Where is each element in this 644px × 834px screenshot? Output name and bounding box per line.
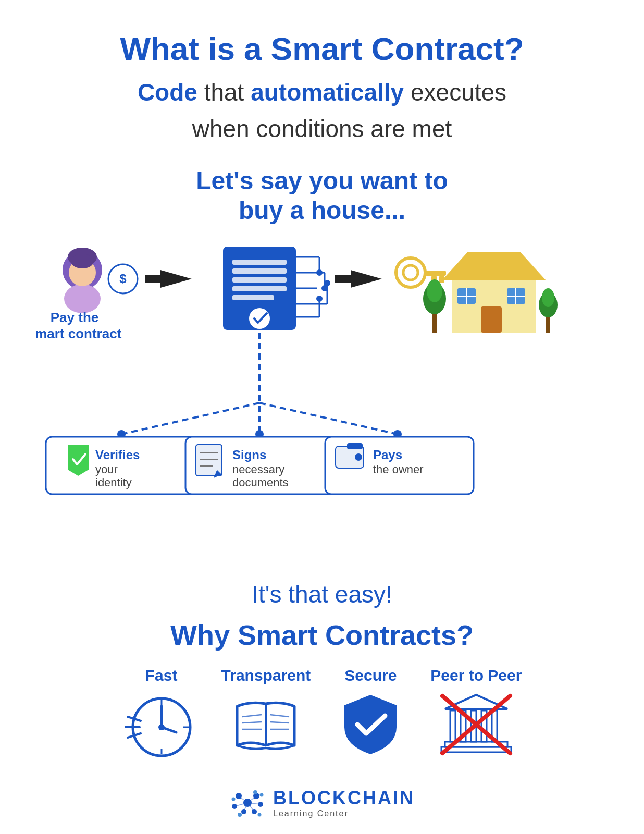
svg-point-87 — [158, 724, 165, 730]
why-label-secure: Secure — [344, 667, 397, 684]
main-title: What is a Smart Contract? — [120, 31, 524, 67]
diagram-section: $ Pay the smart contract — [31, 241, 613, 565]
diagram-svg: $ Pay the smart contract — [35, 241, 609, 565]
svg-rect-14 — [232, 277, 287, 283]
svg-text:Verifies: Verifies — [95, 448, 140, 462]
svg-rect-77 — [347, 443, 363, 449]
transparent-icon — [227, 691, 305, 758]
svg-point-78 — [355, 453, 362, 461]
svg-point-30 — [316, 296, 323, 302]
svg-point-52 — [542, 288, 554, 307]
svg-point-17 — [249, 308, 270, 329]
svg-text:your: your — [95, 463, 118, 476]
svg-rect-10 — [145, 275, 163, 283]
svg-point-34 — [403, 265, 418, 280]
brand-name: BLOCKCHAIN — [273, 787, 415, 809]
svg-point-33 — [396, 258, 425, 287]
svg-marker-38 — [442, 252, 546, 280]
easy-text: It's that easy! — [252, 580, 392, 608]
svg-text:smart contract: smart contract — [35, 326, 122, 341]
svg-point-119 — [232, 797, 236, 801]
svg-line-96 — [270, 715, 289, 717]
svg-rect-32 — [335, 275, 353, 283]
svg-point-116 — [238, 813, 242, 817]
svg-marker-9 — [160, 270, 192, 288]
svg-marker-31 — [351, 270, 382, 288]
brand-text: BLOCKCHAIN Learning Center — [273, 787, 415, 818]
svg-point-120 — [258, 813, 262, 816]
svg-rect-100 — [450, 710, 455, 742]
house-intro: Let's say you want to buy a house... — [196, 166, 448, 226]
svg-line-97 — [270, 722, 289, 723]
why-label-p2p: Peer to Peer — [430, 667, 522, 684]
svg-point-4 — [71, 254, 94, 268]
why-grid: Fast Transparent — [31, 667, 613, 758]
secure-icon — [331, 691, 410, 758]
svg-rect-13 — [232, 268, 287, 274]
why-label-fast: Fast — [145, 667, 178, 684]
svg-text:identity: identity — [95, 476, 132, 489]
why-item-secure: Secure — [331, 667, 410, 758]
why-item-p2p: Peer to Peer — [430, 667, 522, 758]
svg-text:Signs: Signs — [232, 448, 266, 462]
svg-text:Pays: Pays — [373, 448, 402, 462]
subtitle: Code that automatically executes — [138, 77, 506, 108]
svg-line-54 — [121, 403, 259, 434]
svg-point-49 — [427, 279, 442, 302]
svg-text:$: $ — [119, 272, 127, 286]
svg-text:the owner: the owner — [373, 463, 424, 476]
svg-rect-35 — [425, 271, 446, 276]
brand-footer: BLOCKCHAIN Learning Center — [229, 784, 415, 821]
svg-line-94 — [242, 722, 262, 723]
fast-icon — [122, 691, 201, 758]
svg-point-118 — [260, 793, 264, 796]
svg-point-117 — [253, 790, 257, 794]
svg-text:documents: documents — [232, 476, 289, 489]
p2p-icon — [437, 691, 515, 758]
svg-rect-16 — [232, 295, 274, 300]
svg-rect-15 — [232, 286, 287, 291]
svg-point-2 — [64, 284, 101, 313]
subtitle-line2: when conditions are met — [192, 114, 452, 145]
svg-point-27 — [324, 280, 330, 286]
why-label-transparent: Transparent — [221, 667, 311, 684]
svg-text:Pay the: Pay the — [51, 310, 99, 325]
svg-text:necessary: necessary — [232, 463, 284, 476]
brand-sub: Learning Center — [273, 809, 349, 818]
svg-line-56 — [259, 403, 398, 434]
svg-rect-40 — [481, 306, 502, 333]
svg-rect-12 — [232, 260, 287, 265]
why-title: Why Smart Contracts? — [170, 619, 474, 651]
svg-line-93 — [242, 715, 262, 717]
brand-icon — [229, 784, 266, 821]
svg-marker-61 — [68, 445, 89, 476]
why-item-fast: Fast — [122, 667, 201, 758]
why-item-transparent: Transparent — [221, 667, 311, 758]
